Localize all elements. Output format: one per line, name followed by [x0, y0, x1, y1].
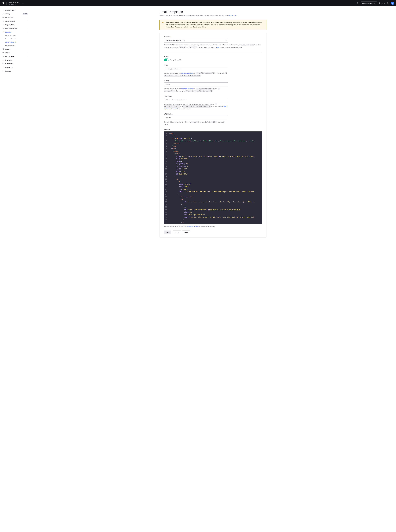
sidebar-item-label: Actions — [5, 52, 25, 54]
docs-icon — [379, 2, 380, 4]
message-label: Message — [164, 129, 262, 130]
svg-rect-11 — [3, 24, 4, 25]
code-pill: {{ url }} — [189, 46, 197, 48]
redirect-input[interactable] — [164, 98, 228, 102]
status-label: Status — [164, 56, 228, 57]
sidebar-item-label: Branding — [5, 31, 25, 33]
code-pill: @@url@@ — [179, 46, 186, 48]
chevron-down-icon — [26, 31, 28, 33]
try-button[interactable]: Try — [173, 230, 181, 234]
svg-rect-22 — [3, 64, 4, 64]
svg-rect-18 — [4, 60, 4, 61]
shield-icon — [2, 48, 4, 50]
message-group: Message 12345678910111213141516171819202… — [164, 129, 262, 228]
svg-rect-17 — [3, 60, 3, 61]
sidebar-item-user-management[interactable]: User Management — [0, 27, 30, 30]
code-pill: Welcome to {{ application.name }}! — [185, 90, 213, 92]
sidebar-item-actions[interactable]: Actions — [0, 51, 30, 55]
reset-button[interactable]: Reset — [182, 230, 190, 234]
lock-icon — [2, 20, 4, 22]
sidebar-item-branding[interactable]: Branding — [0, 30, 30, 34]
svg-rect-3 — [3, 14, 3, 14]
search-icon[interactable] — [356, 2, 359, 5]
template-select-value: Verification Email (using Link) — [166, 40, 185, 41]
custom-email-provider-link[interactable]: Custom Email Provider — [180, 24, 195, 26]
subject-label: Subject — [164, 80, 228, 81]
subject-input[interactable] — [164, 82, 228, 86]
svg-point-23 — [3, 71, 3, 71]
sidebar-item-label: Activity — [5, 13, 22, 15]
top-header: verify-email-test Development Discuss yo… — [0, 0, 396, 6]
sidebar-item-organizations[interactable]: Organizations — [0, 23, 30, 27]
header-right: Discuss your needs Docs D — [356, 1, 394, 5]
docs-label: Docs — [381, 2, 384, 4]
pipeline-icon — [2, 55, 4, 57]
common-variables-link[interactable]: common variables — [187, 226, 199, 227]
svg-point-12 — [3, 28, 3, 29]
svg-point-13 — [3, 28, 4, 29]
bell-icon[interactable] — [386, 2, 389, 5]
template-help: This email will be sent whenever a user … — [164, 44, 262, 48]
discuss-button[interactable]: Discuss your needs — [361, 1, 377, 5]
chevron-down-icon — [225, 40, 227, 41]
template-select[interactable]: Verification Email (using Link) — [164, 39, 228, 43]
status-group: Status Template enabled — [164, 56, 228, 61]
sidebar-sub-email-provider[interactable]: Email Provider — [0, 44, 30, 47]
svg-point-14 — [3, 52, 3, 53]
divider — [164, 52, 262, 53]
redirect-group: Redirect To The user will be redirected … — [164, 95, 228, 110]
svg-rect-20 — [3, 63, 4, 64]
sidebar-item-label: Auth Pipeline — [5, 56, 25, 57]
sidebar-item-settings[interactable]: Settings — [0, 69, 30, 73]
market-icon — [2, 63, 4, 65]
liquid-link[interactable]: Liquid — [215, 46, 219, 48]
sidebar-item-applications[interactable]: Applications — [0, 16, 30, 19]
template-label: Template * — [164, 36, 262, 38]
sidebar-item-marketplace[interactable]: Marketplace — [0, 62, 30, 65]
svg-rect-9 — [3, 17, 4, 18]
project-switcher[interactable]: verify-email-test Development — [8, 1, 24, 5]
avatar[interactable]: D — [391, 2, 394, 5]
sidebar-sub-custom-domains[interactable]: Custom Domains — [0, 37, 30, 40]
status-toggle[interactable] — [164, 58, 169, 61]
lifetime-input[interactable] — [164, 116, 228, 120]
message-code-editor[interactable]: 1234567891011121314151617181920212223242… — [164, 132, 262, 224]
sidebar-sub-universal-login[interactable]: Universal Login — [0, 34, 30, 37]
svg-rect-16 — [3, 60, 3, 61]
toggle-row: Template enabled — [164, 58, 228, 61]
code-gutter: 1234567891011121314151617181920212223242… — [164, 132, 168, 224]
sidebar-item-activity[interactable]: Activity FIRST — [0, 12, 30, 16]
sidebar-item-auth-pipeline[interactable]: Auth Pipeline — [0, 55, 30, 58]
sidebar-item-label: Monitoring — [5, 59, 25, 61]
docs-link[interactable]: Docs — [379, 2, 384, 4]
custom-email-provider-link-2[interactable]: Custom Email Provider — [166, 26, 180, 28]
code-pill: {{ application.name }} — [196, 88, 215, 90]
common-variables-link[interactable]: common variables — [181, 72, 193, 74]
sidebar-item-label: Security — [5, 48, 25, 50]
sidebar-item-extensions[interactable]: Extensions — [0, 65, 30, 69]
svg-point-0 — [3, 3, 4, 3]
auth0-logo[interactable] — [2, 2, 5, 5]
message-help: You can include any of the available com… — [164, 225, 262, 228]
common-variables-link[interactable]: common variables — [181, 88, 193, 90]
code-pill: email_verified — [241, 44, 254, 46]
sidebar-item-getting-started[interactable]: Getting Started — [0, 8, 30, 12]
sidebar-item-monitoring[interactable]: Monitoring — [0, 58, 30, 62]
button-row: Save Try Reset — [164, 230, 262, 234]
badge-first: FIRST — [23, 13, 28, 15]
lifetime-label: URL Lifetime — [164, 113, 228, 115]
content-inner: Email Templates Standard welcome, passwo… — [156, 10, 270, 238]
from-label: From — [164, 64, 228, 66]
sidebar-item-security[interactable]: Security — [0, 47, 30, 51]
users-icon — [2, 28, 4, 29]
from-input[interactable] — [164, 67, 228, 71]
save-button[interactable]: Save — [164, 230, 171, 234]
gear-icon — [2, 70, 4, 72]
subject-help: You can include any of the common variab… — [164, 88, 228, 92]
sidebar-item-label: Marketplace — [5, 63, 28, 65]
learn-more-link[interactable]: Learn more → — [229, 15, 239, 16]
sidebar-item-authentication[interactable]: Authentication — [0, 19, 30, 23]
flow-icon — [2, 52, 4, 54]
sidebar-sub-email-templates[interactable]: Email Templates — [0, 40, 30, 44]
chevron-right-icon — [26, 56, 28, 57]
